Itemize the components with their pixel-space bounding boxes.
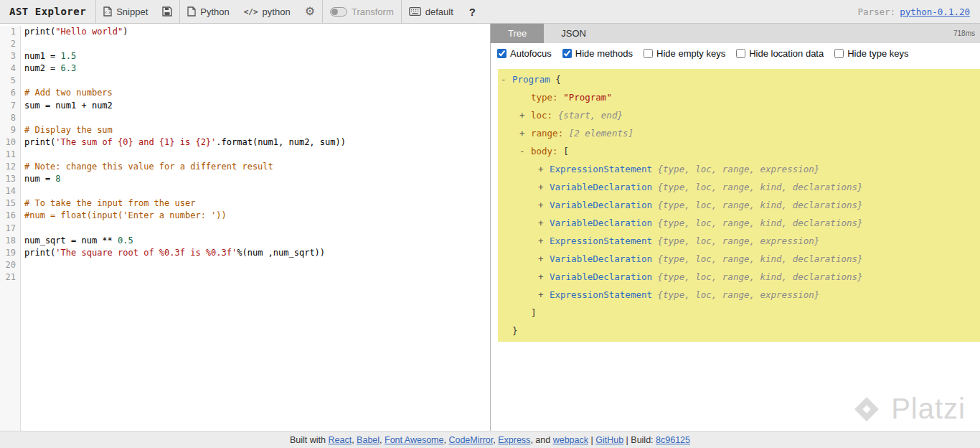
code-line[interactable]: num2 = 6.3	[21, 62, 490, 75]
parser-settings-button[interactable]: ⚙	[298, 0, 322, 23]
footer-text: |	[588, 435, 595, 445]
collapse-icon[interactable]: -	[501, 70, 512, 88]
code-token: #num = float(input('Enter a number: '))	[24, 210, 227, 220]
tree-row[interactable]: +ExpressionStatement {type, loc, range, …	[498, 232, 980, 250]
tree-row[interactable]: +range: [2 elements]	[498, 124, 980, 142]
expand-icon[interactable]: +	[519, 106, 531, 124]
autofocus-checkbox[interactable]	[497, 49, 507, 58]
keyboard-icon	[409, 7, 421, 16]
code-line[interactable]	[21, 259, 490, 271]
code-line[interactable]	[21, 38, 490, 50]
code-editor[interactable]: 123456789101112131415161718192021 print(…	[0, 24, 490, 431]
footer-link[interactable]: Font Awesome	[385, 435, 443, 445]
expand-icon[interactable]: +	[538, 286, 550, 304]
tab-tree[interactable]: Tree	[491, 24, 544, 43]
option-autofocus[interactable]: Autofocus	[497, 48, 552, 59]
code-line[interactable]	[21, 75, 490, 87]
tree-options: AutofocusHide methodsHide empty keysHide…	[491, 43, 980, 64]
tree-row[interactable]: +VariableDeclaration {type, loc, range, …	[498, 268, 980, 286]
code-token: 0.5	[118, 235, 133, 246]
tab-json[interactable]: JSON	[544, 24, 603, 43]
footer-link[interactable]: Express	[498, 435, 530, 445]
option-hide-methods[interactable]: Hide methods	[562, 48, 633, 59]
tree-token: body:	[531, 146, 558, 157]
code-line[interactable]: sum = num1 + num2	[21, 100, 490, 112]
expand-icon[interactable]: +	[538, 196, 550, 214]
tree-row[interactable]: +VariableDeclaration {type, loc, range, …	[498, 214, 980, 232]
code-line[interactable]: print("Hello world")	[21, 26, 490, 38]
category-button[interactable]: Python	[180, 0, 236, 23]
option-label: Hide methods	[575, 48, 633, 59]
transform-toggle-button[interactable]: Transform	[323, 0, 401, 23]
tree-row[interactable]: +loc: {start, end}	[498, 106, 980, 124]
code-token: # To take the input from the user	[24, 198, 195, 208]
footer-link[interactable]: Babel	[357, 435, 380, 445]
tree-row[interactable]: +VariableDeclaration {type, loc, range, …	[498, 250, 980, 268]
tree-token	[652, 235, 658, 246]
code-line[interactable]: #num = float(input('Enter a number: '))	[21, 210, 490, 222]
option-hide-type-keys[interactable]: Hide type keys	[834, 48, 908, 59]
option-label: Hide type keys	[847, 48, 908, 59]
line-number: 15	[0, 197, 16, 210]
tree-row[interactable]: -body: [	[498, 142, 980, 160]
option-hide-empty-keys[interactable]: Hide empty keys	[644, 48, 725, 59]
tree-row[interactable]: +VariableDeclaration {type, loc, range, …	[498, 196, 980, 214]
expand-icon[interactable]: +	[538, 232, 550, 250]
footer-link[interactable]: React	[328, 435, 352, 445]
code-line[interactable]: num = 8	[21, 173, 490, 185]
line-number: 16	[0, 210, 16, 222]
code-line[interactable]: # Display the sum	[21, 124, 490, 136]
save-button[interactable]	[155, 0, 179, 23]
expand-icon[interactable]: +	[519, 124, 531, 142]
code-token: 1.5	[61, 51, 77, 61]
parser-button[interactable]: </> python	[237, 0, 298, 23]
expand-icon[interactable]: +	[538, 214, 550, 232]
code-line[interactable]	[21, 185, 490, 197]
code-line[interactable]: print('The square root of %0.3f is %0.3f…	[21, 247, 490, 259]
code-line[interactable]: num_sqrt = num ** 0.5	[21, 235, 490, 247]
line-number: 5	[0, 75, 16, 87]
hide-type-keys-checkbox[interactable]	[834, 49, 844, 58]
footer-link[interactable]: CodeMirror	[448, 435, 493, 445]
tree-row[interactable]: +ExpressionStatement {type, loc, range, …	[498, 160, 980, 178]
code-line[interactable]: # To take the input from the user	[21, 197, 490, 210]
code-line[interactable]	[21, 223, 490, 235]
keybinding-button[interactable]: default	[402, 0, 461, 23]
hide-location-data-checkbox[interactable]	[736, 49, 745, 58]
hide-methods-checkbox[interactable]	[562, 49, 572, 58]
expand-icon[interactable]: +	[538, 268, 550, 286]
tree-row[interactable]: type: "Program"	[498, 88, 980, 106]
snippet-label: Snippet	[116, 6, 148, 17]
tree-token: VariableDeclaration	[550, 271, 652, 282]
footer-link[interactable]: GitHub	[595, 435, 623, 445]
tree-row[interactable]: ]	[498, 304, 980, 322]
tree-row[interactable]: +VariableDeclaration {type, loc, range, …	[498, 178, 980, 196]
expand-icon[interactable]: +	[538, 178, 550, 196]
tree-token: ExpressionStatement	[550, 164, 652, 174]
code-line[interactable]	[21, 271, 490, 284]
code-line[interactable]: # Add two numbers	[21, 87, 490, 99]
tree-token: range:	[531, 128, 563, 139]
code-line[interactable]	[21, 149, 490, 161]
help-button[interactable]: ?	[461, 0, 484, 23]
tree-row[interactable]: }	[498, 322, 980, 340]
tree-row[interactable]: -Program {	[498, 70, 980, 88]
code-line[interactable]: # Note: change this value for a differen…	[21, 161, 490, 173]
transform-label: Transform	[352, 6, 394, 17]
hide-empty-keys-checkbox[interactable]	[644, 49, 653, 58]
code-line[interactable]: print('The sum of {0} and {1} is {2}'.fo…	[21, 136, 490, 149]
code-lines[interactable]: print("Hello world") num1 = 1.5num2 = 6.…	[21, 26, 490, 431]
code-line[interactable]	[21, 112, 490, 124]
snippet-button[interactable]: Snippet	[96, 0, 155, 23]
option-hide-location-data[interactable]: Hide location data	[736, 48, 824, 59]
code-token: print(	[24, 248, 55, 258]
parser-version-link[interactable]: python-0.1.20	[900, 6, 970, 17]
expand-icon[interactable]: +	[538, 160, 550, 178]
tree-row[interactable]: +ExpressionStatement {type, loc, range, …	[498, 286, 980, 304]
footer-link[interactable]: webpack	[553, 435, 588, 445]
collapse-icon[interactable]: -	[519, 142, 531, 160]
ast-tree[interactable]: -Program {type: "Program"+loc: {start, e…	[491, 64, 980, 431]
code-line[interactable]: num1 = 1.5	[21, 50, 490, 62]
expand-icon[interactable]: +	[538, 250, 550, 268]
footer-link[interactable]: 8c96125	[656, 435, 690, 445]
